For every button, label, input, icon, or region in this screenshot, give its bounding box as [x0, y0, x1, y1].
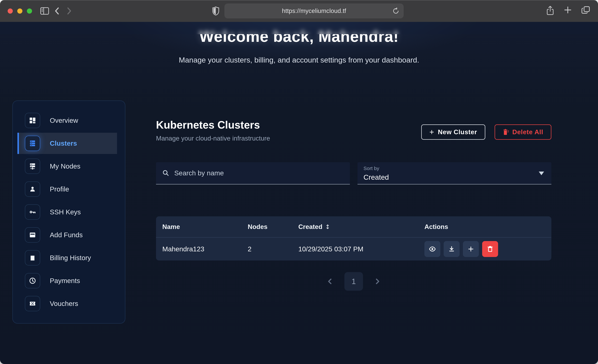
back-button[interactable] [52, 6, 62, 16]
sidebar-item-label: SSH Keys [50, 208, 81, 216]
download-kubeconfig-button[interactable] [444, 241, 460, 257]
sidebar-item-label: Profile [50, 185, 69, 193]
download-icon [448, 245, 455, 253]
welcome-subtitle: Manage your clusters, billing, and accou… [0, 56, 598, 64]
plus-icon [467, 245, 474, 253]
dashboard-icon [25, 113, 40, 128]
sidebar-toggle-icon[interactable] [40, 6, 50, 16]
column-header-created[interactable]: Created↕ [292, 223, 418, 231]
sidebar-item-payments[interactable]: Payments [17, 270, 117, 291]
filter-bar: Sort by Created [156, 162, 551, 184]
person-icon [25, 182, 40, 197]
wallet-icon [25, 227, 40, 243]
forward-button[interactable] [64, 6, 74, 16]
table-row: Mahendra123 2 10/29/2025 03:07 PM [156, 238, 551, 260]
page-subtitle: Manage your cloud-native infrastructure [156, 135, 270, 142]
column-header-name: Name [156, 223, 241, 231]
column-header-nodes: Nodes [241, 223, 292, 231]
eye-icon [429, 245, 436, 253]
sidebar-item-vouchers[interactable]: Vouchers [17, 293, 117, 314]
main-header: Kubernetes Clusters Manage your cloud-na… [156, 119, 551, 142]
clock-icon [25, 273, 40, 288]
minimize-window-button[interactable] [17, 8, 22, 14]
delete-cluster-button[interactable] [482, 241, 498, 257]
page-number-button[interactable]: 1 [344, 272, 363, 291]
top-blur-strip [0, 22, 598, 34]
sidebar-item-billing-history[interactable]: Billing History [17, 247, 117, 268]
sidebar-item-label: Add Funds [50, 231, 83, 239]
close-window-button[interactable] [8, 8, 13, 14]
chevron-down-icon [539, 172, 544, 175]
zoom-window-button[interactable] [27, 8, 32, 14]
server-stack-icon [25, 136, 40, 151]
sidebar-item-label: Overview [50, 117, 78, 124]
next-page-button[interactable] [374, 278, 381, 285]
search-field[interactable] [156, 162, 350, 184]
sidebar-item-label: Billing History [50, 254, 91, 262]
cluster-name: Mahendra123 [156, 245, 241, 253]
view-cluster-button[interactable] [424, 241, 440, 257]
sort-selected-value: Created [364, 173, 545, 181]
sidebar-nav: Overview Clusters [12, 100, 125, 323]
new-cluster-button[interactable]: + New Cluster [421, 124, 485, 140]
key-icon [25, 204, 40, 220]
ticket-percent-icon [25, 296, 40, 311]
sidebar-item-label: My Nodes [50, 162, 81, 170]
url-text: https://myceliumcloud.tf [282, 8, 346, 14]
receipt-icon [25, 250, 40, 265]
sidebar-item-label: Payments [50, 277, 80, 285]
pagination: 1 [156, 272, 551, 291]
plus-icon: + [429, 128, 434, 136]
browser-chrome: https://myceliumcloud.tf [0, 0, 598, 22]
chrome-right-tools [546, 6, 590, 16]
dashboard-layout: Overview Clusters [0, 100, 598, 323]
sort-label: Sort by [364, 165, 545, 171]
page-viewport: Welcome back, Mahendra! Manage your clus… [0, 22, 598, 364]
traffic-lights [8, 8, 32, 14]
sidebar-item-profile[interactable]: Profile [17, 179, 117, 200]
address-bar[interactable]: https://myceliumcloud.tf [224, 3, 404, 18]
sidebar-item-label: Vouchers [50, 300, 78, 308]
sidebar-item-clusters[interactable]: Clusters [17, 133, 117, 154]
search-icon [162, 169, 169, 177]
refresh-icon[interactable] [392, 7, 399, 15]
column-header-actions: Actions [418, 223, 551, 231]
cluster-created: 10/29/2025 03:07 PM [292, 245, 418, 253]
sidebar-item-my-nodes[interactable]: My Nodes [17, 156, 117, 177]
sort-dropdown[interactable]: Sort by Created [357, 162, 551, 184]
trash-icon [486, 245, 494, 253]
previous-page-button[interactable] [326, 278, 334, 285]
add-node-button[interactable] [463, 241, 479, 257]
share-icon[interactable] [546, 6, 555, 16]
page-title: Kubernetes Clusters [156, 119, 270, 131]
privacy-shield-icon[interactable] [212, 7, 219, 16]
cluster-nodes: 2 [241, 245, 292, 253]
new-tab-icon[interactable] [564, 6, 572, 16]
sidebar-item-overview[interactable]: Overview [17, 110, 117, 131]
header-actions: + New Cluster [421, 124, 551, 140]
search-input[interactable] [174, 169, 344, 177]
delete-all-button[interactable]: Delete All [495, 124, 551, 140]
main-content: Kubernetes Clusters Manage your cloud-na… [156, 100, 551, 291]
browser-window: https://myceliumcloud.tf [0, 0, 598, 364]
sidebar-item-ssh-keys[interactable]: SSH Keys [17, 201, 117, 223]
table-header-row: Name Nodes Created↕ Actions [156, 216, 551, 237]
url-zone: https://myceliumcloud.tf [76, 3, 539, 18]
clusters-table: Name Nodes Created↕ Actions Mahendra123 … [156, 216, 551, 260]
sort-arrows-icon: ↕ [325, 223, 330, 230]
trash-icon [503, 129, 509, 136]
node-server-icon [25, 159, 40, 174]
sidebar-item-add-funds[interactable]: Add Funds [17, 224, 117, 246]
row-actions [418, 241, 551, 257]
tab-overview-icon[interactable] [581, 6, 590, 16]
sidebar-item-label: Clusters [50, 140, 77, 147]
